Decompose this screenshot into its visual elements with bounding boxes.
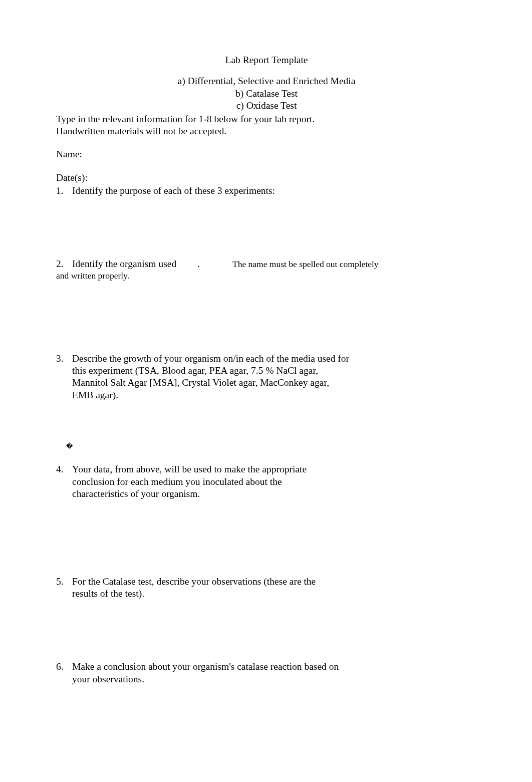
question-5-number: 5. [56, 576, 72, 600]
subtitle-a: a) Differential, Selective and Enriched … [56, 75, 477, 87]
question-2-number: 2. [56, 258, 72, 270]
subtitle-block: a) Differential, Selective and Enriched … [56, 75, 477, 112]
question-6-text: Make a conclusion about your organism's … [72, 661, 353, 685]
dates-label: Date(s): [56, 172, 477, 184]
instruction-line-1: Type in the relevant information for 1-8… [56, 114, 315, 124]
question-3-text: Describe the growth of your organism on/… [72, 353, 353, 402]
question-6: 6. Make a conclusion about your organism… [56, 661, 477, 685]
question-3: 3. Describe the growth of your organism … [56, 353, 477, 402]
question-5-text: For the Catalase test, describe your obs… [72, 576, 343, 600]
question-1-text: Identify the purpose of each of these 3 … [72, 185, 477, 197]
question-6-number: 6. [56, 661, 72, 685]
question-5: 5. For the Catalase test, describe your … [56, 576, 477, 600]
question-2: 2. Identify the organism used . The name… [56, 258, 477, 281]
question-1-number: 1. [56, 185, 72, 197]
question-1: 1. Identify the purpose of each of these… [56, 185, 477, 197]
question-4-number: 4. [56, 463, 72, 500]
subtitle-b: b) Catalase Test [56, 88, 477, 100]
doc-title: Lab Report Template [56, 54, 477, 66]
question-2-tail: The name must be spelled out completely [232, 259, 477, 270]
instruction-line-2: Handwritten materials will not be accept… [56, 126, 226, 136]
name-label: Name: [56, 148, 477, 160]
question-3-number: 3. [56, 353, 72, 402]
question-4: 4. Your data, from above, will be used t… [56, 463, 477, 500]
question-2-continuation: and written properly. [56, 271, 477, 282]
question-4-text: Your data, from above, will be used to m… [72, 463, 333, 500]
instructions: Type in the relevant information for 1-8… [56, 113, 477, 138]
question-2-lead: Identify the organism used [72, 258, 197, 270]
subtitle-c: c) Oxidase Test [56, 100, 477, 112]
question-2-dot: . [197, 258, 232, 270]
bullet-glyph: � [66, 442, 477, 450]
